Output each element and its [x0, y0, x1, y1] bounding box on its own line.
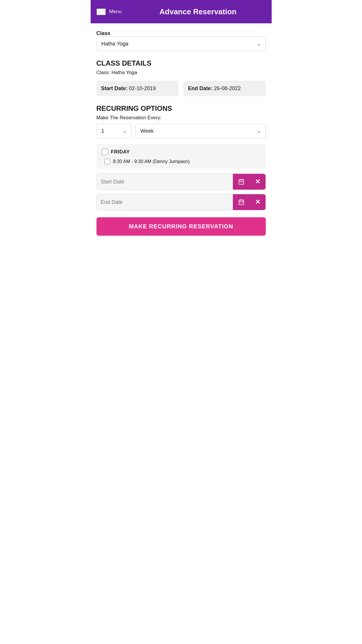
start-date-value: 02-10-2019: [129, 85, 156, 91]
class-field-group: Class Hatha Yoga Vinyasa Pilates Meditat…: [96, 30, 266, 51]
start-date-clear-button[interactable]: ✕: [250, 174, 266, 190]
menu-label: Menu: [109, 9, 122, 15]
start-date-input[interactable]: [97, 174, 233, 190]
calendar-icon: [238, 178, 245, 185]
class-details-section: CLASS DETAILS Class: Hatha Yoga Start Da…: [96, 59, 266, 96]
class-details-name-label: Class:: [96, 70, 110, 75]
day-section: FRIDAY 8:30 AM - 9:30 AM (Denny Jumpaon): [96, 144, 266, 169]
end-date-clear-button[interactable]: ✕: [250, 194, 266, 210]
main-content: Class Hatha Yoga Vinyasa Pilates Meditat…: [91, 23, 272, 243]
end-date-calendar-button[interactable]: [233, 194, 250, 210]
recurring-options-section: RECURRING OPTIONS Make The Reservation E…: [96, 104, 266, 236]
time-slot-row: 8:30 AM - 9:30 AM (Denny Jumpaon): [102, 159, 261, 164]
friday-row: FRIDAY: [102, 149, 261, 155]
menu-button[interactable]: [96, 8, 106, 15]
frequency-period-select[interactable]: Day Week Month: [136, 124, 266, 138]
frequency-period-wrapper: Day Week Month ⌄: [136, 124, 266, 138]
end-date-input[interactable]: [97, 195, 233, 210]
calendar-icon-end: [238, 199, 245, 205]
clear-start-date-icon: ✕: [255, 178, 260, 186]
date-cards-container: Start Date: 02-10-2019 End Date: 26-08-2…: [96, 81, 266, 96]
frequency-label: Make The Reservation Every:: [96, 115, 266, 121]
menu-line-2: [97, 11, 105, 12]
svg-rect-13: [242, 203, 242, 203]
svg-rect-6: [242, 182, 242, 183]
class-details-name: Class: Hatha Yoga: [96, 70, 266, 76]
make-recurring-reservation-button[interactable]: MAKE RECURRING RESERVATION: [96, 217, 266, 236]
page-title: Advance Reservation: [130, 7, 266, 16]
class-details-title: CLASS DETAILS: [96, 59, 266, 67]
friday-checkbox[interactable]: [102, 149, 108, 155]
start-date-input-row: ✕: [96, 174, 266, 190]
time-slot-checkbox[interactable]: [105, 159, 110, 164]
class-select-wrapper: Hatha Yoga Vinyasa Pilates Meditation ⌄: [96, 36, 266, 51]
svg-rect-4: [240, 182, 240, 183]
menu-line-1: [97, 9, 105, 10]
end-date-card: End Date: 26-08-2022: [183, 81, 266, 96]
svg-rect-12: [241, 203, 242, 203]
end-date-input-row: ✕: [96, 194, 266, 210]
class-label: Class: [96, 30, 110, 36]
svg-rect-11: [240, 203, 240, 203]
friday-label[interactable]: FRIDAY: [111, 149, 130, 155]
clear-end-date-icon: ✕: [255, 198, 260, 206]
end-date-label: End Date:: [188, 85, 212, 91]
start-date-card: Start Date: 02-10-2019: [96, 81, 179, 96]
svg-rect-0: [239, 180, 244, 185]
time-slot-label[interactable]: 8:30 AM - 9:30 AM (Denny Jumpaon): [113, 159, 190, 164]
svg-rect-5: [241, 182, 242, 183]
frequency-selects-row: 1 2 3 4 5 ⌄ Day Week Month ⌄: [96, 124, 266, 138]
class-details-name-value: Hatha Yoga: [111, 70, 137, 75]
frequency-number-wrapper: 1 2 3 4 5 ⌄: [96, 124, 131, 138]
menu-line-3: [97, 14, 105, 15]
end-date-value: 26-08-2022: [214, 85, 241, 91]
app-header: Menu Advance Reservation: [91, 0, 272, 23]
start-date-label: Start Date:: [101, 85, 128, 91]
frequency-number-select[interactable]: 1 2 3 4 5: [96, 124, 131, 138]
recurring-options-title: RECURRING OPTIONS: [96, 104, 266, 113]
svg-rect-7: [239, 200, 244, 205]
class-select[interactable]: Hatha Yoga Vinyasa Pilates Meditation: [96, 36, 266, 51]
start-date-calendar-button[interactable]: [233, 174, 250, 190]
